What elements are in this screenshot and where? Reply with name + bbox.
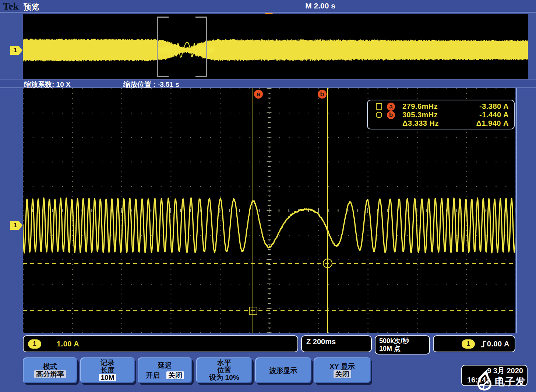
zoom-timebase-readout: Z 200ms (306, 338, 336, 346)
main-timebase-readout: M 2.00 s (280, 1, 361, 10)
menu-delay-title: 延迟 (158, 361, 172, 369)
spacer (376, 120, 382, 126)
channel1-marker-main[interactable]: 1 (10, 221, 22, 230)
menu-record-title1: 记录 (100, 359, 114, 367)
cursor-b-readout-row: b 305.3mHz -1.440 A (376, 111, 509, 119)
tek-brand-logo: Tek (3, 1, 19, 12)
channel1-marker-overview[interactable]: 1 (10, 46, 22, 55)
menu-waveform-display-title: 波形显示 (269, 367, 297, 374)
menu-button-mode[interactable]: 模式 高分辨率 (23, 357, 77, 383)
menu-mode-value: 高分辨率 (34, 370, 66, 378)
menu-button-delay[interactable]: 延迟 开启 关闭 (138, 357, 192, 383)
acquisition-mode-label: 预览 (24, 2, 39, 12)
cursor-a-frequency: 279.6mHz (402, 102, 461, 111)
menu-horizontal-line1: 水平 (217, 359, 231, 367)
menu-record-value: 10M (99, 374, 116, 381)
zoom-bracket-arm (157, 76, 169, 77)
menu-button-xy-display[interactable]: XY 显示 关闭 (314, 357, 371, 383)
channel1-vertical-scale: 1.00 A (57, 340, 79, 348)
cursor-delta-readout-row: Δ3.333 Hz Δ1.940 A (376, 119, 509, 128)
cursor-readout-box: a 279.6mHz -3.380 A b 305.3mHz -1.440 A … (367, 100, 515, 129)
circle-marker-icon (376, 112, 382, 118)
cursor-b-badge: b (387, 111, 395, 119)
menu-button-waveform-display[interactable]: 波形显示 (255, 357, 311, 383)
menu-horizontal-line3: 设为 10% (209, 374, 239, 381)
cursor-b-label[interactable]: b (318, 90, 327, 99)
trigger-level-readout: 0.00 A (487, 340, 509, 348)
cursor-b-amplitude-marker[interactable] (323, 259, 332, 268)
record-length-readout: 10M 点 (379, 345, 401, 353)
menu-horizontal-line2: 位置 (217, 367, 231, 374)
trigger-source-badge: 1 (462, 339, 475, 349)
overview-waveform-canvas (23, 14, 528, 79)
cursor-a-line[interactable] (253, 88, 253, 333)
cursor-a-label[interactable]: a (254, 90, 263, 99)
channel1-badge[interactable]: 1 (28, 339, 41, 349)
cursor-b-frequency: 305.3mHz (402, 111, 461, 119)
zoom-bracket-left-edge[interactable] (157, 17, 158, 77)
zoom-bracket-arm (195, 76, 207, 77)
cursor-b-amplitude: -1.440 A (479, 111, 509, 119)
menu-record-title2: 长度 (100, 367, 114, 374)
cursor-a-amplitude: -3.380 A (479, 102, 509, 111)
watermark-text: 电子发 (495, 375, 526, 388)
spacer (387, 120, 395, 128)
zoom-bracket-arm (157, 17, 169, 18)
zoom-bracket-arm (195, 17, 207, 18)
top-status-bar: Tek 预览 M 2.00 s (0, 0, 536, 13)
menu-button-record-length[interactable]: 记录 长度 10M (80, 357, 135, 383)
overview-waveform-panel (23, 14, 528, 79)
menu-delay-on-option[interactable]: 开启 (146, 371, 160, 379)
menu-xy-value: 关闭 (334, 370, 351, 378)
sample-rate-readout: 500k次/秒 (379, 337, 409, 345)
oscilloscope-screen: Tek 预览 M 2.00 s 1 缩放系数: 10 X 缩放位置 : -3.5… (0, 0, 536, 392)
acquisition-info-box: 500k次/秒 10M 点 (375, 335, 430, 354)
menu-mode-title: 模式 (43, 363, 57, 370)
menu-delay-off-option[interactable]: 关闭 (166, 371, 184, 379)
zoom-info-bar: 缩放系数: 10 X 缩放位置 : -3.51 s (0, 79, 536, 88)
rising-edge-icon (481, 340, 487, 348)
cursor-a-readout-row: a 279.6mHz -3.380 A (376, 102, 509, 111)
cursor-a-amplitude-marker[interactable] (249, 307, 257, 315)
channel1-scale-box: 1 1.00 A (23, 335, 298, 352)
cursor-b-line[interactable] (327, 88, 328, 333)
cursor-a-badge: a (387, 103, 395, 111)
zoom-bracket-right-edge[interactable] (206, 17, 207, 77)
delta-frequency: Δ3.333 Hz (402, 119, 461, 128)
delta-amplitude: Δ1.940 A (476, 119, 509, 128)
zoom-timebase-box: Z 200ms (301, 335, 372, 352)
zoom-window-bracket[interactable] (157, 17, 207, 77)
square-marker-icon (376, 103, 382, 110)
menu-xy-title: XY 显示 (329, 363, 355, 370)
panel-right-edge-divider (516, 88, 517, 333)
menu-button-horizontal-position[interactable]: 水平 位置 设为 10% (196, 357, 252, 383)
trigger-status-box: 1 0.00 A (433, 335, 515, 352)
watermark-flame-icon (474, 369, 496, 391)
